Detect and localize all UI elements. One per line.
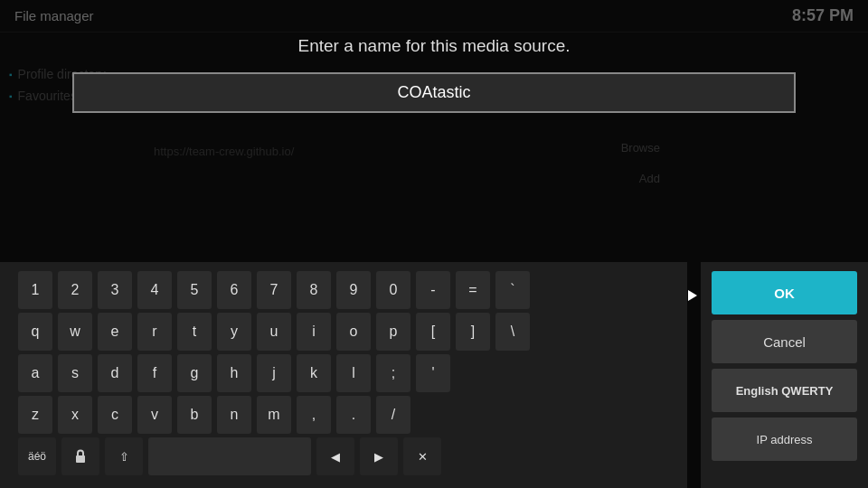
cancel-button[interactable]: Cancel xyxy=(712,320,857,363)
key-d[interactable]: d xyxy=(98,354,132,392)
key-s[interactable]: s xyxy=(58,354,92,392)
key-left-arrow-icon[interactable]: ◀ xyxy=(316,437,354,475)
key-lbracket[interactable]: [ xyxy=(416,313,450,351)
key-6[interactable]: 6 xyxy=(217,271,251,309)
key-0[interactable]: 0 xyxy=(376,271,410,309)
key-backtick[interactable]: ` xyxy=(495,271,530,309)
key-y[interactable]: y xyxy=(217,313,251,351)
key-backspace-icon[interactable]: ✕ xyxy=(403,437,441,475)
key-shift-icon[interactable]: ⇧ xyxy=(105,437,143,475)
svg-rect-0 xyxy=(76,455,85,463)
key-c[interactable]: c xyxy=(98,396,132,434)
key-l[interactable]: l xyxy=(336,354,371,392)
dialog-title: Enter a name for this media source. xyxy=(72,36,796,56)
key-minus[interactable]: - xyxy=(416,271,450,309)
key-semicolon[interactable]: ; xyxy=(376,354,410,392)
key-period[interactable]: . xyxy=(336,396,371,434)
keyboard-area: 1 2 3 4 5 6 7 8 9 0 - = ` q w e r t y u … xyxy=(0,262,687,488)
key-3[interactable]: 3 xyxy=(98,271,132,309)
dialog-input-wrapper xyxy=(72,72,796,113)
key-2[interactable]: 2 xyxy=(58,271,92,309)
key-e[interactable]: e xyxy=(98,313,132,351)
key-rbracket[interactable]: ] xyxy=(456,313,490,351)
key-v[interactable]: v xyxy=(137,396,172,434)
key-accents[interactable]: äéö xyxy=(18,437,56,475)
dialog-prompt: Enter a name for this media source. xyxy=(72,27,796,113)
key-5[interactable]: 5 xyxy=(177,271,212,309)
key-backslash[interactable]: \ xyxy=(495,313,530,351)
key-m[interactable]: m xyxy=(257,396,291,434)
key-t[interactable]: t xyxy=(177,313,212,351)
key-g[interactable]: g xyxy=(177,354,212,392)
key-i[interactable]: i xyxy=(297,313,331,351)
key-1[interactable]: 1 xyxy=(18,271,52,309)
key-8[interactable]: 8 xyxy=(297,271,331,309)
key-row-3: a s d f g h j k l ; ' xyxy=(18,354,669,392)
key-a[interactable]: a xyxy=(18,354,52,392)
key-equals[interactable]: = xyxy=(456,271,490,309)
key-x[interactable]: x xyxy=(58,396,92,434)
key-b[interactable]: b xyxy=(177,396,212,434)
key-k[interactable]: k xyxy=(297,354,331,392)
ok-button[interactable]: OK xyxy=(712,271,857,314)
key-row-4: z x c v b n m , . / xyxy=(18,396,669,434)
key-comma[interactable]: , xyxy=(297,396,331,434)
key-j[interactable]: j xyxy=(257,354,291,392)
key-r[interactable]: r xyxy=(137,313,172,351)
key-4[interactable]: 4 xyxy=(137,271,172,309)
key-row-1: 1 2 3 4 5 6 7 8 9 0 - = ` xyxy=(18,271,669,309)
key-quote[interactable]: ' xyxy=(416,354,450,392)
keyboard-layout-button[interactable]: English QWERTY xyxy=(712,369,857,412)
name-input[interactable] xyxy=(74,74,794,111)
right-panel: OK Cancel English QWERTY IP address xyxy=(701,262,868,488)
key-row-2: q w e r t y u i o p [ ] \ xyxy=(18,313,669,351)
key-slash[interactable]: / xyxy=(376,396,410,434)
key-row-5: äéö ⇧ ◀ ▶ ✕ xyxy=(18,437,669,475)
key-n[interactable]: n xyxy=(217,396,251,434)
key-spacebar[interactable] xyxy=(148,437,311,475)
key-w[interactable]: w xyxy=(58,313,92,351)
key-o[interactable]: o xyxy=(336,313,371,351)
key-h[interactable]: h xyxy=(217,354,251,392)
key-right-arrow-icon[interactable]: ▶ xyxy=(360,437,398,475)
key-u[interactable]: u xyxy=(257,313,291,351)
key-p[interactable]: p xyxy=(376,313,410,351)
key-9[interactable]: 9 xyxy=(336,271,371,309)
key-f[interactable]: f xyxy=(137,354,172,392)
key-z[interactable]: z xyxy=(18,396,52,434)
key-q[interactable]: q xyxy=(18,313,52,351)
ip-address-button[interactable]: IP address xyxy=(712,418,857,461)
key-7[interactable]: 7 xyxy=(257,271,291,309)
key-lock-icon[interactable] xyxy=(61,437,99,475)
